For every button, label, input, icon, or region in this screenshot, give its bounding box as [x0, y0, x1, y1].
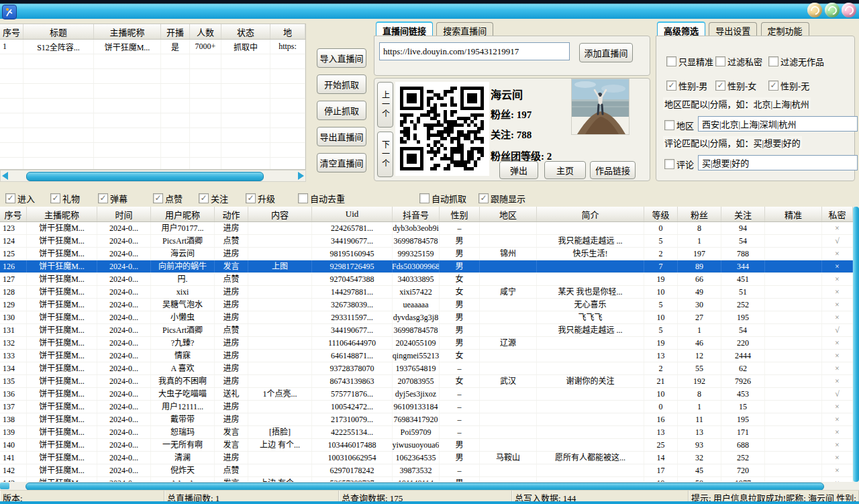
checkbox-gender-male[interactable]: 性别-男: [666, 79, 707, 92]
maximize-button[interactable]: [825, 3, 840, 17]
tab-advanced-filter[interactable]: 高级筛选: [657, 21, 705, 37]
homepage-button[interactable]: 主页: [544, 161, 586, 179]
prev-button[interactable]: 上一个: [377, 82, 393, 128]
export-rooms-button[interactable]: 导出直播间: [317, 127, 366, 146]
capture-table-row[interactable]: 134饼干狂魔M...2024-0...A 喜欢进房93728378070193…: [0, 362, 853, 375]
checkbox-gift[interactable]: 礼物: [50, 192, 80, 205]
capture-table-row[interactable]: 126饼干狂魔M...2024-0...向前冲的蜗牛发言上图9298172649…: [0, 260, 853, 273]
checkbox-gender-none[interactable]: 性别-无: [768, 79, 809, 92]
capture-column-header[interactable]: 地区: [480, 207, 537, 221]
checkbox-like[interactable]: 点赞: [153, 192, 183, 205]
capture-cell: [765, 299, 822, 311]
capture-table-row[interactable]: 131饼干狂魔M...2024-0...PicsArt酒卿点赞344190677…: [0, 324, 853, 337]
popup-button[interactable]: 弹出: [499, 161, 538, 179]
next-button[interactable]: 下一个: [377, 132, 393, 177]
capture-table-row[interactable]: 127饼干狂魔M...2024-0...円.点赞9270454738834033…: [0, 273, 853, 286]
capture-column-header[interactable]: 性别: [440, 207, 480, 221]
checkbox-show-precise-only[interactable]: 只显精准: [666, 55, 713, 68]
capture-table-row[interactable]: 141饼干狂魔M...2024-0...清澜进房1003106629541062…: [0, 452, 853, 464]
capture-table-row[interactable]: 140饼干狂魔M...2024-0...一无所有啊发言上边 有个...10344…: [0, 439, 853, 452]
checkbox-region[interactable]: 地区: [664, 119, 694, 132]
works-link-button[interactable]: 作品链接: [590, 161, 636, 179]
capture-table-row[interactable]: 132饼干狂魔M...2024-0...?九臻?进房11106464497020…: [0, 337, 853, 350]
capture-table-row[interactable]: 142饼干狂魔M...2024-0...倪炸天点赞629701782423987…: [0, 464, 853, 477]
capture-table-row[interactable]: 133饼干狂魔M...2024-0...情寐进房646148871...qing…: [0, 350, 853, 362]
checkbox-followdisplay[interactable]: 跟随显示: [478, 192, 525, 205]
checkbox-filter-no-works[interactable]: 过滤无作品: [768, 55, 824, 68]
capture-table-row[interactable]: 139饼干狂魔M...2024-0...恕瑞玛发言[捂脸]422255134..…: [0, 426, 853, 439]
capture-column-header[interactable]: 粉丝: [678, 207, 721, 221]
scroll-right-icon[interactable]: [298, 172, 304, 180]
rooms-column-header[interactable]: 主播昵称: [94, 24, 161, 39]
checkbox-gender-female[interactable]: 性别-女: [715, 79, 756, 92]
capture-column-header[interactable]: 私密: [822, 207, 853, 221]
capture-column-header[interactable]: 等级: [644, 207, 678, 221]
capture-cell: 进房: [215, 248, 248, 260]
scroll-left-icon[interactable]: [2, 172, 8, 180]
capture-table-row[interactable]: 136饼干狂魔M...2024-0...大虫子吃喵喵送礼1个点亮...57577…: [0, 388, 853, 401]
checkbox-filter-private[interactable]: 过滤私密: [715, 55, 762, 68]
capture-table-row[interactable]: 137饼干狂魔M...2024-0...用户12111...进房10054247…: [0, 401, 853, 413]
capture-column-header[interactable]: 主播昵称: [27, 207, 97, 221]
capture-column-header[interactable]: 动作: [215, 207, 248, 221]
capture-column-header[interactable]: 内容: [248, 207, 312, 221]
vertical-scrollbar-thumb[interactable]: [853, 207, 859, 482]
rooms-column-header[interactable]: 人数: [190, 24, 221, 39]
stop-capture-button[interactable]: 停止抓取: [317, 101, 366, 120]
capture-column-header[interactable]: 序号: [0, 207, 27, 221]
capture-cell: 86743139863: [312, 375, 393, 387]
capture-table-row[interactable]: 129饼干狂魔M...2024-0...吴糖气泡水进房326738039...u…: [0, 299, 853, 311]
capture-cell: 2024055109: [393, 337, 440, 349]
close-button[interactable]: [842, 3, 856, 17]
comment-input[interactable]: [698, 155, 858, 170]
rooms-cell: [270, 54, 305, 68]
rooms-column-header[interactable]: 地: [270, 24, 305, 39]
capture-table-row[interactable]: 123饼干狂魔M...2024-0...用户70177...进房22426578…: [0, 222, 853, 235]
rooms-cell: [94, 54, 161, 68]
start-capture-button[interactable]: 开始抓取: [317, 74, 366, 94]
capture-column-header[interactable]: 关注: [721, 207, 765, 221]
capture-table-row[interactable]: 130饼干狂魔M...2024-0...小懒虫进房293311597...dyv…: [0, 311, 853, 324]
capture-table-row[interactable]: 138饼干狂魔M...2024-0...戴带带进房217310079...769…: [0, 413, 853, 426]
capture-table-row[interactable]: 125饼干狂魔M...2024-0...海云间进房981951609459993…: [0, 248, 853, 260]
capture-column-header[interactable]: 抖音号: [393, 207, 440, 221]
tab-search-live-room[interactable]: 搜索直播间: [436, 22, 493, 37]
capture-table-row[interactable]: 124饼干狂魔M...2024-0...PicsArt酒卿点赞344190677…: [0, 235, 853, 248]
capture-cell: 情寐: [151, 350, 215, 362]
tab-custom-features[interactable]: 定制功能: [761, 22, 809, 37]
rooms-cell: [161, 69, 190, 83]
region-input[interactable]: [698, 116, 858, 132]
checkbox-enter[interactable]: 进入: [5, 192, 35, 205]
scrollbar-stub[interactable]: [0, 483, 9, 489]
capture-column-header[interactable]: 用户昵称: [151, 207, 215, 221]
rooms-scrollbar-thumb[interactable]: [26, 172, 264, 181]
capture-column-header[interactable]: 精准: [765, 207, 822, 221]
tab-live-room-link[interactable]: 直播间链接: [376, 21, 433, 37]
rooms-table-row[interactable]: 1S12全阵容...饼干狂魔M...是7000+抓取中https:: [0, 40, 305, 54]
rooms-column-header[interactable]: 序号: [0, 24, 23, 39]
rooms-column-header[interactable]: 状态: [221, 24, 270, 39]
import-rooms-button[interactable]: 导入直播间: [317, 48, 366, 68]
capture-column-header[interactable]: 时间: [97, 207, 151, 221]
rooms-column-header[interactable]: 开播: [161, 24, 190, 39]
checkbox-autocapture[interactable]: 自动抓取: [419, 192, 466, 205]
checkbox-danmaku[interactable]: 弹幕: [98, 192, 128, 205]
capture-column-header[interactable]: Uid: [312, 207, 393, 221]
add-room-button[interactable]: 添加直播间: [579, 43, 633, 62]
room-url-input[interactable]: [379, 42, 570, 60]
capture-table-row[interactable]: 128饼干狂魔M...2024-0...xixi进房144297881...xi…: [0, 286, 853, 299]
capture-cell: [248, 311, 312, 323]
capture-column-header[interactable]: 简介: [537, 207, 644, 221]
rooms-column-header[interactable]: 标题: [23, 24, 94, 39]
checkbox-icon: [768, 56, 778, 66]
capture-table-row[interactable]: 143饼干狂魔M...2024-0...AAssA发言上边 有个...53657…: [0, 477, 853, 482]
checkbox-comment[interactable]: 评论: [664, 158, 694, 170]
checkbox-follow[interactable]: 关注: [199, 192, 228, 205]
tab-export-settings[interactable]: 导出设置: [709, 22, 757, 37]
capture-cell: 饼干狂魔M...: [27, 248, 97, 260]
clear-rooms-button[interactable]: 清空直播间: [317, 153, 366, 172]
checkbox-dedup[interactable]: 自动去重: [298, 192, 345, 205]
minimize-button[interactable]: [807, 3, 822, 17]
checkbox-levelup[interactable]: 升级: [246, 192, 275, 205]
capture-table-row[interactable]: 135饼干狂魔M...2024-0...我真的不困啊进房867431398632…: [0, 375, 853, 388]
